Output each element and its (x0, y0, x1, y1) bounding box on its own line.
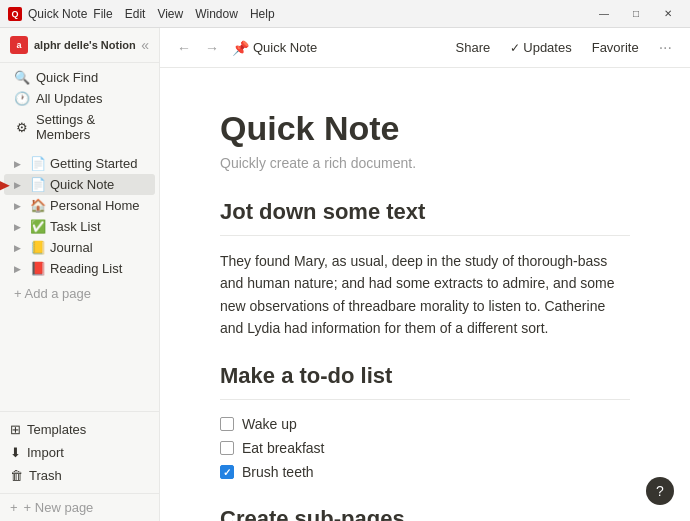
share-label: Share (456, 40, 491, 55)
templates-icon: ⊞ (10, 422, 21, 437)
sidebar-label-quick-find: Quick Find (36, 70, 145, 85)
todo-checkbox-wake-up[interactable] (220, 417, 234, 431)
titlebar: Q Quick Note File Edit View Window Help … (0, 0, 690, 28)
sidebar-item-settings[interactable]: ⚙ Settings & Members (4, 109, 155, 145)
sidebar-item-journal[interactable]: ▶ 📒 Journal (4, 237, 155, 258)
todo-checkbox-brush-teeth[interactable] (220, 465, 234, 479)
section-heading-sub-pages: Create sub-pages (220, 506, 630, 521)
tree-label-reading-list: Reading List (50, 261, 145, 276)
new-page-button[interactable]: + + New page (0, 493, 159, 521)
import-icon: ⬇ (10, 445, 21, 460)
red-arrow-indicator: ➤ (0, 175, 11, 195)
main-content: ← → 📌 Quick Note Share ✓ Updates Favorit… (160, 28, 690, 521)
journal-icon: 📒 (30, 240, 46, 255)
workspace-selector[interactable]: a alphr delle's Notion (10, 36, 141, 54)
todo-list: Wake up Eat breakfast Brush teeth (220, 414, 630, 482)
chevron-right-icon: ▶ (14, 264, 26, 274)
section-divider-2 (220, 399, 630, 400)
tree-label-personal-home: Personal Home (50, 198, 145, 213)
sidebar-item-personal-home[interactable]: ▶ 🏠 Personal Home (4, 195, 155, 216)
todo-text-eat-breakfast: Eat breakfast (242, 440, 325, 456)
more-icon: ··· (659, 39, 672, 57)
updates-label: Updates (523, 40, 571, 55)
workspace-name: alphr delle's Notion (34, 39, 136, 51)
favorite-label: Favorite (592, 40, 639, 55)
sidebar-add-page[interactable]: + Add a page (4, 283, 155, 304)
trash-label: Trash (29, 468, 62, 483)
sidebar-tree: ▶ 📄 Getting Started ▶ 📄 Quick Note ··· +… (0, 153, 159, 304)
menu-window[interactable]: Window (195, 7, 238, 21)
minimize-button[interactable]: — (590, 4, 618, 24)
import-label: Import (27, 445, 64, 460)
breadcrumb: 📌 Quick Note (232, 40, 442, 56)
app-icon: Q (8, 7, 22, 21)
titlebar-title: Quick Note (28, 7, 87, 21)
back-button[interactable]: ← (172, 36, 196, 60)
collapse-sidebar-button[interactable]: « (141, 37, 149, 53)
close-button[interactable]: ✕ (654, 4, 682, 24)
sidebar-item-getting-started[interactable]: ▶ 📄 Getting Started (4, 153, 155, 174)
body-text: They found Mary, as usual, deep in the s… (220, 250, 630, 340)
titlebar-left: Q Quick Note File Edit View Window Help (8, 7, 275, 21)
updates-button[interactable]: ✓ Updates (504, 37, 577, 58)
search-icon: 🔍 (14, 70, 30, 85)
page-subtitle: Quickly create a rich document. (220, 155, 630, 171)
sidebar-item-quick-find[interactable]: 🔍 Quick Find (4, 67, 155, 88)
share-button[interactable]: Share (450, 37, 497, 58)
nav-buttons: ← → (172, 36, 224, 60)
menu-view[interactable]: View (157, 7, 183, 21)
sidebar-label-all-updates: All Updates (36, 91, 145, 106)
updates-icon: 🕐 (14, 91, 30, 106)
app-body: a alphr delle's Notion « 🔍 Quick Find 🕐 … (0, 28, 690, 521)
sidebar-item-all-updates[interactable]: 🕐 All Updates (4, 88, 155, 109)
menu-help[interactable]: Help (250, 7, 275, 21)
add-page-label: + Add a page (14, 286, 145, 301)
chevron-right-icon: ▶ (14, 243, 26, 253)
todo-item-eat-breakfast: Eat breakfast (220, 438, 630, 458)
sidebar-item-templates[interactable]: ⊞ Templates (0, 418, 159, 441)
sidebar-item-trash[interactable]: 🗑 Trash (0, 464, 159, 487)
favorite-button[interactable]: Favorite (586, 37, 645, 58)
todo-item-brush-teeth: Brush teeth (220, 462, 630, 482)
menu-edit[interactable]: Edit (125, 7, 146, 21)
topbar-actions: Share ✓ Updates Favorite ··· (450, 36, 678, 60)
tree-label-task-list: Task List (50, 219, 145, 234)
tree-label-quick-note: Quick Note (50, 177, 145, 192)
sidebar-item-quick-note[interactable]: ▶ 📄 Quick Note ··· + ➤ (4, 174, 155, 195)
templates-label: Templates (27, 422, 86, 437)
todo-checkbox-eat-breakfast[interactable] (220, 441, 234, 455)
sidebar-item-reading-list[interactable]: ▶ 📕 Reading List (4, 258, 155, 279)
window-controls: — □ ✕ (590, 4, 682, 24)
menu-file[interactable]: File (93, 7, 112, 21)
sidebar-label-settings: Settings & Members (36, 112, 145, 142)
sidebar-item-import[interactable]: ⬇ Import (0, 441, 159, 464)
section-divider (220, 235, 630, 236)
tree-label-getting-started: Getting Started (50, 156, 145, 171)
titlebar-menus: File Edit View Window Help (93, 7, 274, 21)
more-options-button[interactable]: ··· (653, 36, 678, 60)
tree-label-journal: Journal (50, 240, 145, 255)
settings-icon: ⚙ (14, 120, 30, 135)
todo-item-wake-up: Wake up (220, 414, 630, 434)
sidebar-nav: 🔍 Quick Find 🕐 All Updates ⚙ Settings & … (0, 63, 159, 149)
todo-text-brush-teeth: Brush teeth (242, 464, 314, 480)
page-content: Quick Note Quickly create a rich documen… (160, 68, 690, 521)
forward-button[interactable]: → (200, 36, 224, 60)
check-icon: ✅ (30, 219, 46, 234)
help-button[interactable]: ? (646, 477, 674, 505)
help-icon: ? (656, 483, 664, 499)
maximize-button[interactable]: □ (622, 4, 650, 24)
new-page-plus-icon: + (10, 500, 18, 515)
pin-icon: 📌 (232, 40, 249, 56)
sidebar-footer: ⊞ Templates ⬇ Import 🗑 Trash (0, 411, 159, 493)
chevron-right-icon: ▶ (14, 222, 26, 232)
section-heading-todo: Make a to-do list (220, 363, 630, 389)
sidebar-item-task-list[interactable]: ▶ ✅ Task List (4, 216, 155, 237)
home-icon: 🏠 (30, 198, 46, 213)
page-icon: 📄 (30, 177, 46, 192)
chevron-right-icon: ▶ (14, 201, 26, 211)
workspace-avatar: a (10, 36, 28, 54)
todo-text-wake-up: Wake up (242, 416, 297, 432)
new-page-label: + New page (24, 500, 94, 515)
page-icon: 📄 (30, 156, 46, 171)
